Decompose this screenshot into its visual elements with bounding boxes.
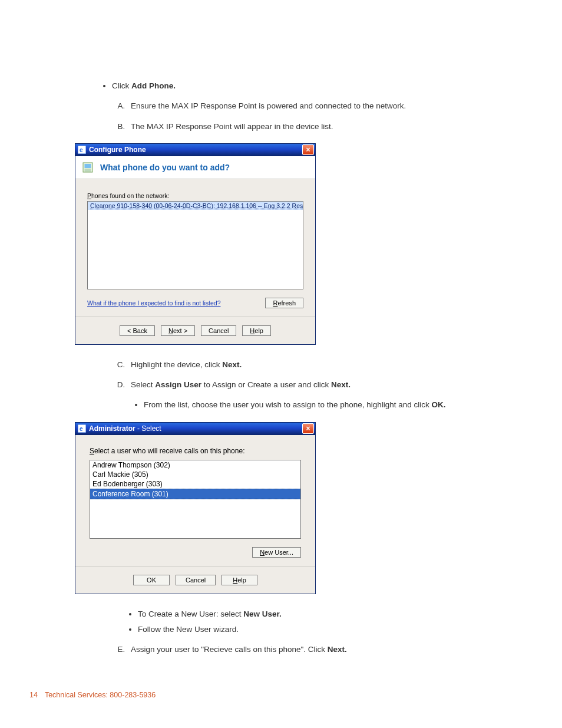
titlebar[interactable]: e Administrator - Select × (75, 423, 315, 435)
step-d: Select Assign User to Assign or Create a… (127, 379, 515, 411)
top-bullets: Click Add Phone. (101, 80, 515, 92)
close-icon[interactable]: × (302, 144, 314, 155)
refresh-button[interactable]: Refresh (265, 298, 303, 308)
phones-label: Phones found on the network: (87, 192, 303, 199)
step-a: Ensure the MAX IP Response Point is powe… (127, 100, 515, 112)
app-icon: e (78, 146, 86, 154)
bullet-follow-wizard: Follow the New User wizard. (138, 624, 515, 635)
steps-list-e: Assign your user to "Recieve calls on th… (101, 644, 515, 655)
cancel-button[interactable]: Cancel (201, 325, 236, 336)
dialog-button-row: OK Cancel Help (75, 566, 315, 594)
steps-list-cd: Highlight the device, click Next. Select… (101, 359, 515, 411)
app-icon: e (78, 424, 86, 433)
steps-list-ab: Ensure the MAX IP Response Point is powe… (101, 100, 515, 133)
page-footer: 14 Technical Services: 800-283-5936 (29, 691, 515, 699)
user-listbox[interactable]: Andrew Thompson (302)Carl Mackie (305)Ed… (90, 460, 301, 539)
footer-text: Technical Services: 800-283-5936 (45, 691, 156, 699)
cancel-button[interactable]: Cancel (176, 575, 216, 585)
svg-rect-4 (85, 169, 91, 172)
svg-text:e: e (80, 147, 83, 153)
configure-phone-dialog: e Configure Phone × What phone do you wa… (75, 143, 316, 345)
user-row[interactable]: Ed Bodenberger (303) (90, 479, 300, 489)
back-button[interactable]: < Back (120, 325, 155, 336)
user-row[interactable]: Conference Room (301) (90, 489, 300, 499)
step-d-sub: From the list, choose the user you wish … (144, 399, 515, 411)
phone-row[interactable]: Clearone 910-158-340 (00-06-24-0D-C3-BC)… (88, 202, 303, 210)
phone-listbox[interactable]: Clearone 910-158-340 (00-06-24-0D-C3-BC)… (87, 201, 303, 289)
step-e: Assign your user to "Recieve calls on th… (127, 644, 515, 655)
next-button[interactable]: Next > (161, 325, 195, 336)
step-c: Highlight the device, click Next. (127, 359, 515, 371)
post-dialog-bullets: To Create a New User: select New User. F… (101, 608, 515, 636)
user-row[interactable]: Carl Mackie (305) (90, 470, 300, 479)
svg-text:e: e (80, 426, 83, 432)
close-icon[interactable]: × (302, 423, 314, 434)
ok-button[interactable]: OK (133, 575, 170, 585)
svg-rect-3 (85, 164, 91, 168)
titlebar[interactable]: e Configure Phone × (75, 144, 315, 156)
admin-select-dialog: e Administrator - Select × Select a user… (75, 422, 316, 594)
not-listed-link[interactable]: What if the phone I expected to find is … (87, 299, 220, 307)
help-button[interactable]: Help (242, 325, 271, 336)
dialog-title: Configure Phone (89, 146, 302, 154)
dialog-button-row: < Back Next > Cancel Help (75, 317, 315, 344)
dialog-title: Administrator - Select (89, 424, 302, 433)
step-b: The MAX IP Response Point will appear in… (127, 121, 515, 133)
page-number: 14 (29, 691, 38, 699)
new-user-button[interactable]: New User... (252, 547, 301, 558)
bullet-new-user: To Create a New User: select New User. (138, 608, 515, 620)
select-user-label: Select a user who will receive calls on … (90, 447, 301, 455)
user-row[interactable]: Andrew Thompson (302) (90, 460, 300, 470)
help-button[interactable]: Help (222, 575, 257, 585)
dialog-question: What phone do you want to add? (100, 163, 230, 172)
bullet-add-phone: Click Add Phone. (112, 80, 515, 92)
phone-icon (81, 161, 94, 174)
